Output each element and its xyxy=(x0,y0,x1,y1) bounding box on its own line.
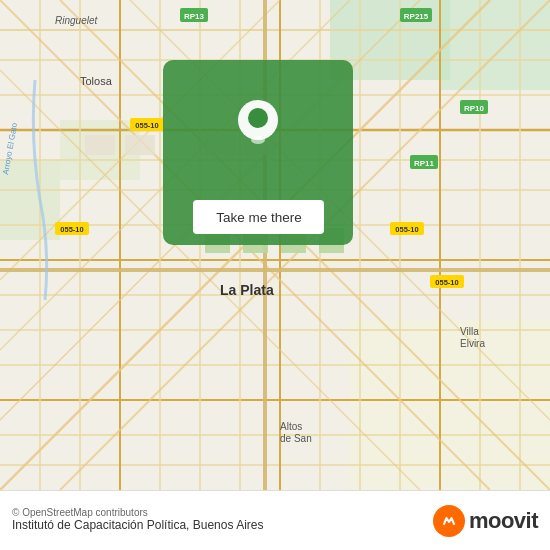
svg-text:RP11: RP11 xyxy=(414,159,435,168)
place-name: Institutó de Capacitación Política, Buen… xyxy=(12,518,425,534)
moovit-logo: moovit xyxy=(433,505,538,537)
svg-text:055-10: 055-10 xyxy=(435,278,458,287)
svg-text:Altos: Altos xyxy=(280,421,302,432)
map-container[interactable]: RP13 RP215 RP10 RP11 055-10 055-10 055-1… xyxy=(0,0,550,490)
svg-point-78 xyxy=(248,108,268,128)
svg-text:055-10: 055-10 xyxy=(395,225,418,234)
svg-text:de San: de San xyxy=(280,433,312,444)
svg-rect-45 xyxy=(125,135,155,155)
svg-text:RP13: RP13 xyxy=(184,12,205,21)
svg-text:La Plata: La Plata xyxy=(220,282,274,298)
bottom-bar: © OpenStreetMap contributors Institutó d… xyxy=(0,490,550,550)
copyright-text: © OpenStreetMap contributors xyxy=(12,507,425,518)
svg-text:Tolosa: Tolosa xyxy=(80,75,113,87)
svg-text:Ringuelet: Ringuelet xyxy=(55,15,98,26)
svg-text:Elvira: Elvira xyxy=(460,338,485,349)
svg-text:RP215: RP215 xyxy=(404,12,429,21)
svg-rect-44 xyxy=(85,135,115,155)
svg-text:Villa: Villa xyxy=(460,326,479,337)
svg-text:055-10: 055-10 xyxy=(135,121,158,130)
svg-point-79 xyxy=(251,136,265,144)
svg-rect-2 xyxy=(440,0,550,90)
moovit-text: moovit xyxy=(469,508,538,534)
svg-text:Take me there: Take me there xyxy=(216,210,302,225)
svg-text:RP10: RP10 xyxy=(464,104,485,113)
moovit-icon xyxy=(433,505,465,537)
svg-text:055-10: 055-10 xyxy=(60,225,83,234)
